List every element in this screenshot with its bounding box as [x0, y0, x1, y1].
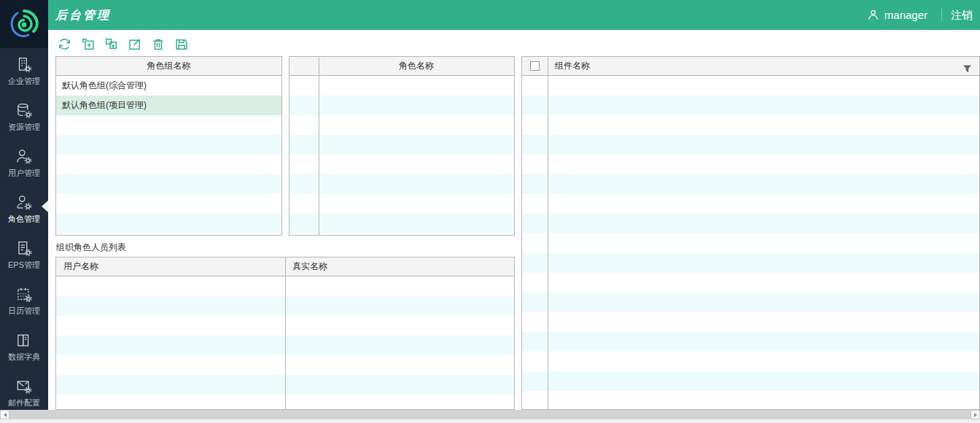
delete-button[interactable]: [150, 36, 166, 52]
sidebar-item-eps[interactable]: EPS管理: [0, 232, 48, 278]
sidebar-item-roles[interactable]: 角色管理: [0, 186, 48, 232]
scroll-left-button[interactable]: [0, 410, 9, 419]
save-icon: [174, 36, 189, 52]
add-icon: [80, 36, 96, 52]
user-icon: [867, 9, 879, 21]
scroll-right-button[interactable]: [971, 410, 980, 419]
component-empty-rows: [522, 76, 979, 409]
role-group-empty-rows: [56, 115, 281, 235]
role-gear-icon: [15, 193, 34, 212]
edit-icon: [127, 36, 142, 52]
add-button[interactable]: [80, 36, 96, 52]
select-all-checkbox[interactable]: [530, 61, 540, 71]
role-empty-rows: [289, 76, 514, 235]
role-group-header: 角色组名称: [56, 57, 281, 76]
sidebar-item-dictionary[interactable]: 数据字典: [0, 324, 48, 370]
org-list-title: 组织角色人员列表: [56, 241, 126, 254]
org-members-column-divider: [285, 257, 286, 409]
copy-add-icon: [104, 36, 119, 52]
filter-icon: [962, 64, 972, 74]
swirl-logo-icon: [7, 7, 41, 41]
sidebar-item-users[interactable]: 用户管理: [0, 140, 48, 186]
username-column-header: 用户名称: [63, 257, 98, 276]
sidebar-item-label: 日历管理: [8, 306, 40, 317]
org-members-panel: 用户名称 真实名称: [55, 257, 515, 410]
filter-button[interactable]: [962, 62, 972, 71]
trash-icon: [150, 36, 166, 52]
sidebar-item-label: 邮件配置: [8, 397, 40, 408]
role-panel-column-divider: [319, 57, 319, 235]
scroll-left-arrow-icon: [4, 413, 7, 417]
sidebar-item-calendar[interactable]: 日历管理: [0, 278, 48, 324]
book-icon: [15, 331, 34, 350]
sidebar-item-label: 角色管理: [8, 214, 40, 225]
toolbar: [48, 30, 980, 56]
role-header: 角色名称: [289, 57, 514, 76]
app-logo[interactable]: [0, 0, 48, 48]
role-group-row-selected[interactable]: 默认角色组(项目管理): [56, 96, 281, 115]
username-label: manager: [884, 9, 928, 21]
calendar-gear-icon: [15, 285, 34, 304]
edit-button[interactable]: [127, 36, 142, 52]
save-button[interactable]: [174, 36, 189, 52]
sidebar-item-enterprise[interactable]: 企业管理: [0, 48, 48, 94]
role-group-panel: 角色组名称 默认角色组(综合管理) 默认角色组(项目管理): [55, 56, 282, 236]
sidebar-item-label: 企业管理: [8, 76, 40, 87]
refresh-button[interactable]: [57, 36, 72, 52]
sidebar-item-label: 资源管理: [8, 122, 40, 133]
sidebar-item-mail[interactable]: 邮件配置: [0, 370, 48, 416]
app-window: 后台管理 manager 注销: [0, 0, 980, 423]
component-header: 组件名称: [555, 57, 590, 75]
topbar-divider: [941, 9, 942, 21]
logout-button[interactable]: 注销: [951, 0, 973, 30]
refresh-icon: [57, 36, 72, 52]
component-header-row: 组件名称: [522, 57, 979, 76]
realname-column-header: 真实名称: [292, 257, 327, 276]
scroll-right-arrow-icon: [974, 413, 977, 417]
sidebar-item-resources[interactable]: 资源管理: [0, 94, 48, 140]
sidebar-item-label: 用户管理: [8, 168, 40, 179]
user-menu[interactable]: manager: [867, 0, 928, 30]
page-title: 后台管理: [55, 0, 111, 30]
mail-gear-icon: [15, 377, 34, 396]
sidebar-nav: 企业管理 资源管理 用户管理: [0, 48, 48, 423]
user-gear-icon: [15, 147, 34, 166]
top-bar: 后台管理 manager 注销: [0, 0, 980, 30]
document-gear-icon: [15, 239, 34, 258]
component-panel: 组件名称: [521, 56, 980, 410]
horizontal-scrollbar-thumb[interactable]: [9, 410, 971, 419]
role-group-row[interactable]: 默认角色组(综合管理): [56, 76, 281, 96]
sidebar-item-label: 数据字典: [8, 352, 40, 362]
copy-add-button[interactable]: [104, 36, 119, 52]
horizontal-scrollbar[interactable]: [0, 410, 980, 419]
building-gear-icon: [15, 55, 34, 74]
role-panel: 角色名称: [289, 56, 515, 236]
component-panel-column-divider: [548, 57, 548, 409]
bottom-strip: [0, 419, 980, 423]
database-gear-icon: [15, 101, 34, 120]
sidebar-item-label: EPS管理: [8, 260, 40, 271]
